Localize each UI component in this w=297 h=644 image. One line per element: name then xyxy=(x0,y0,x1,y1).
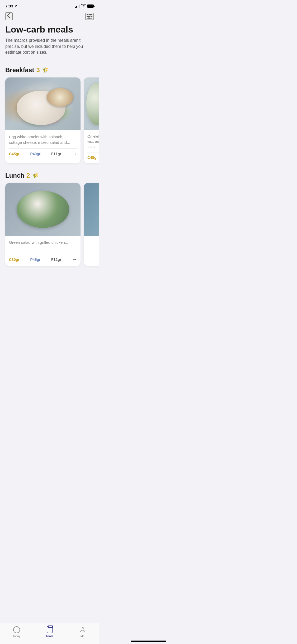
time-display: 7:33 xyxy=(5,4,13,8)
status-icons xyxy=(75,4,94,8)
lunch-macro-c: C30gr xyxy=(9,257,20,262)
card-arrow-1[interactable]: → xyxy=(72,151,77,157)
lunch-cards-row: Green salad with grilled chicken... C30g… xyxy=(0,183,99,267)
breakfast-cards-row: Egg white omelet with spinach, cottage c… xyxy=(0,77,99,165)
breakfast-card-1[interactable]: Egg white omelet with spinach, cottage c… xyxy=(5,77,81,164)
status-bar: 7:33 ↗ xyxy=(0,0,99,10)
lunch-divider-1 xyxy=(9,254,77,254)
lunch-title: Lunch xyxy=(5,172,24,179)
lunch-photo-1 xyxy=(5,183,81,236)
macros-row-2: C45gr xyxy=(87,155,99,160)
meal-description-1: Egg white omelet with spinach, cottage c… xyxy=(9,134,77,145)
food-photo-1 xyxy=(5,77,81,130)
card-body-1: Egg white omelet with spinach, cottage c… xyxy=(5,130,81,160)
lunch-image-2 xyxy=(84,183,99,236)
signal-bar-1 xyxy=(75,7,76,8)
filter-button[interactable] xyxy=(85,13,94,20)
grain-icon-lunch: 🌾 xyxy=(32,172,39,179)
page-title: Low-carb meals xyxy=(5,25,94,34)
signal-bar-3 xyxy=(78,5,78,8)
meal-image-1 xyxy=(5,77,81,130)
card-body-2: Omelet wi... and toast C45gr xyxy=(84,130,99,164)
grain-icon-breakfast: 🌾 xyxy=(42,67,49,73)
meal-image-2 xyxy=(84,77,99,130)
breakfast-title: Breakfast xyxy=(5,66,34,74)
signal-bar-2 xyxy=(76,6,77,8)
meal-description-2: Omelet wi... and toast xyxy=(87,134,99,150)
macro-carbs-2: C45gr xyxy=(87,155,98,160)
macros-row-1: C45gr P40gr F11gr → xyxy=(9,151,77,157)
lunch-image-1 xyxy=(5,183,81,236)
lunch-card-1[interactable]: Green salad with grilled chicken... C30g… xyxy=(5,183,81,266)
signal-bars xyxy=(75,4,80,8)
macro-fat-1: F11gr xyxy=(51,152,61,156)
lunch-count: 2 xyxy=(26,172,30,179)
breakfast-card-2-partial[interactable]: Omelet wi... and toast C45gr xyxy=(84,77,99,164)
lunch-macros-1: C30gr P45gr F12gr → xyxy=(9,257,77,262)
macro-protein-1: P40gr xyxy=(30,152,40,156)
nav-bar xyxy=(0,10,99,22)
lunch-card-arrow[interactable]: → xyxy=(72,257,77,262)
wifi-icon xyxy=(81,4,86,8)
lunch-card-2-partial[interactable] xyxy=(84,183,99,266)
svg-point-3 xyxy=(90,16,92,17)
breakfast-header: Breakfast 3 🌾 xyxy=(5,66,94,74)
svg-point-1 xyxy=(88,14,89,15)
battery-icon xyxy=(87,4,94,8)
back-button[interactable] xyxy=(5,12,13,20)
lunch-header: Lunch 2 🌾 xyxy=(5,172,94,179)
lunch-photo-2 xyxy=(84,183,99,236)
lunch-macro-p: P45gr xyxy=(30,257,40,262)
signal-bar-4 xyxy=(79,4,80,8)
lunch-macro-f: F12gr xyxy=(51,257,61,262)
breakfast-count: 3 xyxy=(36,66,40,74)
location-icon: ↗ xyxy=(14,4,17,8)
lunch-card-body-1: Green salad with grilled chicken... C30g… xyxy=(5,236,81,266)
lunch-section: Lunch 2 🌾 Green salad with grilled chick… xyxy=(0,172,99,267)
breakfast-section: Breakfast 3 🌾 Egg white omelet with spin… xyxy=(5,66,94,165)
svg-point-5 xyxy=(88,18,90,19)
macro-carbs-1: C45gr xyxy=(9,152,20,156)
status-time: 7:33 ↗ xyxy=(5,4,17,8)
card-divider-2 xyxy=(87,153,99,153)
food-photo-2 xyxy=(84,77,99,130)
page-subtitle: The macros provided in the meals aren't … xyxy=(5,38,94,55)
card-divider-1 xyxy=(9,148,77,149)
page-content: Low-carb meals The macros provided in th… xyxy=(0,22,99,164)
lunch-description-1: Green salad with grilled chicken... xyxy=(9,240,77,251)
section-divider xyxy=(5,61,94,61)
